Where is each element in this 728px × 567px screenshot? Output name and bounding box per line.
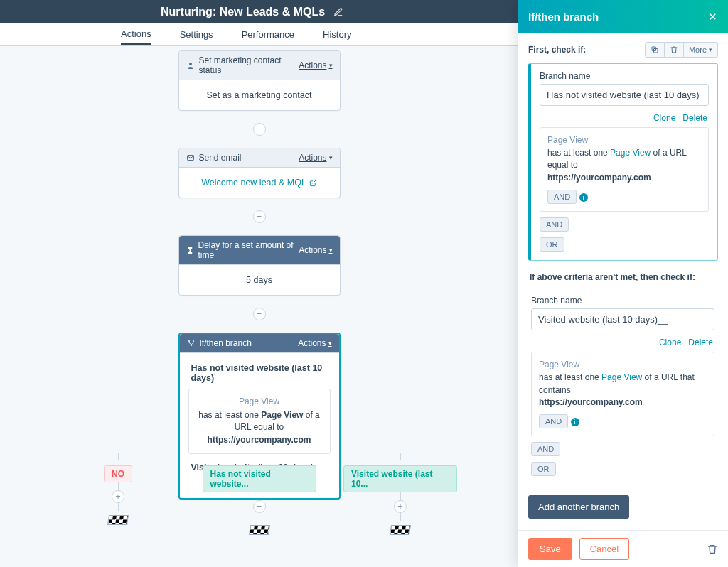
chevron-down-icon: ▾ — [329, 247, 333, 254]
branch-criteria: Page View has at least one Page View of … — [188, 389, 331, 454]
edit-title-icon[interactable] — [333, 7, 343, 17]
branch-chip-no[interactable]: NO — [104, 465, 132, 482]
branch-1-label: Has not visited website (last 10 days) — [191, 363, 328, 383]
side-panel: If/then branch First, check if: More▾ Br… — [518, 0, 728, 567]
finish-icon — [107, 515, 129, 525]
workflow-title: Nurturing: New Leads & MQLs — [161, 6, 325, 18]
leg-no: NO + — [61, 453, 175, 535]
branch-icon — [187, 339, 196, 347]
node-title: Delay for a set amount of time — [198, 240, 299, 260]
branch-chip-2[interactable]: Visited website (last 10... — [343, 465, 457, 492]
email-link[interactable]: Welcome new lead & MQL — [201, 178, 317, 188]
node-title: Send email — [199, 153, 242, 163]
criteria-type: Page View — [539, 360, 707, 369]
and-pill[interactable]: AND — [539, 414, 568, 428]
and-pill[interactable]: AND — [547, 190, 577, 204]
add-step-button[interactable]: + — [253, 210, 266, 223]
more-button[interactable]: More▾ — [684, 42, 718, 58]
external-link-icon — [309, 179, 317, 187]
node-set-marketing-contact[interactable]: Set marketing contact status Actions▾ Se… — [178, 50, 341, 111]
node-actions-menu[interactable]: Actions▾ — [298, 338, 331, 348]
delete-link[interactable]: Delete — [688, 338, 713, 347]
or-pill[interactable]: OR — [540, 237, 564, 252]
node-send-email[interactable]: Send email Actions▾ Welcome new lead & M… — [178, 148, 341, 198]
panel-footer: Save Cancel — [518, 530, 728, 567]
node-actions-menu[interactable]: Actions▾ — [299, 60, 332, 70]
node-body: 5 days — [179, 265, 340, 295]
and-pill-outer[interactable]: AND — [540, 217, 569, 232]
finish-icon — [390, 525, 411, 535]
add-step-button[interactable]: + — [394, 500, 407, 513]
chevron-down-icon: ▾ — [329, 62, 333, 69]
delete-button[interactable] — [665, 42, 684, 58]
add-step-button[interactable]: + — [112, 490, 124, 503]
branch-2-name-input[interactable] — [531, 308, 714, 330]
chevron-down-icon: ▾ — [328, 340, 332, 347]
info-icon[interactable]: i — [571, 418, 579, 426]
chevron-down-icon: ▾ — [329, 154, 333, 161]
branch-name-label: Branch name — [540, 71, 709, 81]
branch-card-1: Branch name Clone Delete Page View has a… — [528, 63, 718, 261]
person-icon — [186, 61, 195, 70]
tab-performance[interactable]: Performance — [242, 23, 294, 45]
info-icon[interactable]: i — [579, 193, 588, 202]
panel-toolbar: More▾ — [645, 42, 718, 58]
delete-link[interactable]: Delete — [682, 113, 707, 123]
mail-icon — [186, 153, 195, 162]
node-delay[interactable]: Delay for a set amount of time Actions▾ … — [178, 235, 341, 296]
svg-point-0 — [189, 63, 192, 65]
node-body: Set as a marketing contact — [179, 80, 340, 110]
branch-chip-1[interactable]: Has not visited website... — [203, 465, 316, 492]
clone-link[interactable]: Clone — [653, 113, 675, 123]
cancel-button[interactable]: Cancel — [579, 538, 629, 560]
or-pill[interactable]: OR — [531, 462, 556, 476]
criteria-group-2[interactable]: Page View has at least one Page View of … — [531, 352, 714, 436]
node-title: Set marketing contact status — [199, 55, 299, 75]
tab-actions[interactable]: Actions — [121, 23, 151, 45]
branch-name-label: Branch name — [531, 296, 714, 306]
add-another-branch-button[interactable]: Add another branch — [528, 495, 629, 519]
clone-link[interactable]: Clone — [659, 338, 681, 347]
and-pill-outer[interactable]: AND — [531, 442, 560, 456]
hourglass-icon — [186, 247, 194, 254]
save-button[interactable]: Save — [528, 538, 572, 560]
second-check-label: If above criteria aren't met, then check… — [530, 272, 717, 282]
add-step-button[interactable]: + — [253, 308, 266, 320]
node-title: If/then branch — [200, 338, 252, 348]
add-step-button[interactable]: + — [253, 123, 266, 136]
branch-1-name-input[interactable] — [540, 84, 709, 106]
svg-point-3 — [193, 340, 194, 342]
close-icon[interactable] — [707, 11, 718, 22]
criteria-group-1[interactable]: Page View has at least one Page View of … — [540, 127, 709, 212]
node-actions-menu[interactable]: Actions▾ — [299, 153, 332, 163]
workflow-canvas[interactable]: Set marketing contact status Actions▾ Se… — [0, 46, 518, 567]
panel-header: If/then branch — [518, 0, 728, 33]
node-actions-menu[interactable]: Actions▾ — [299, 245, 332, 255]
first-check-label: First, check if: — [528, 45, 586, 55]
branch-split: NO + Has not visited website... + Visite… — [0, 453, 518, 535]
branch-card-2: Branch name Clone Delete Page View has a… — [528, 288, 718, 485]
trash-icon[interactable] — [707, 544, 718, 555]
panel-title: If/then branch — [528, 11, 599, 23]
criteria-type: Page View — [547, 135, 701, 145]
svg-point-2 — [188, 340, 190, 342]
finish-icon — [249, 525, 270, 535]
leg-branch2: Visited website (last 10... + — [343, 453, 457, 535]
add-step-button[interactable]: + — [253, 500, 266, 513]
copy-button[interactable] — [645, 42, 665, 58]
leg-branch1: Has not visited website... + — [203, 453, 316, 535]
tab-history[interactable]: History — [323, 23, 351, 45]
tab-settings[interactable]: Settings — [180, 23, 213, 45]
